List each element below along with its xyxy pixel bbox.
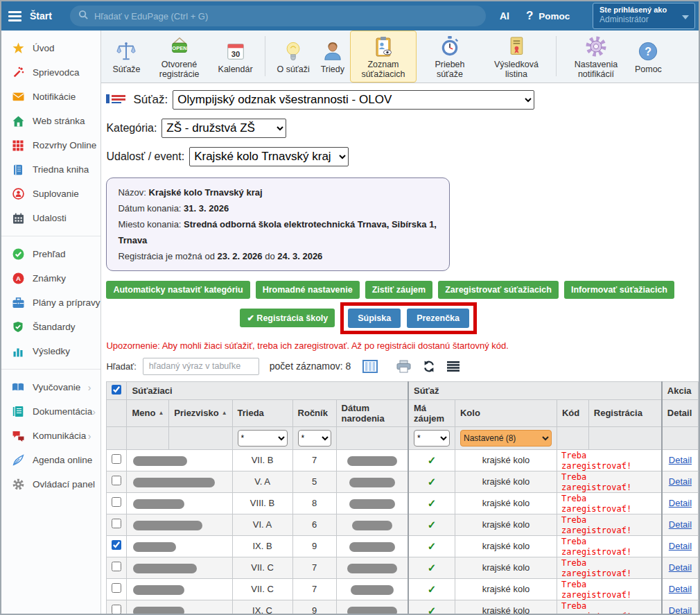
detail-cell[interactable]: Detail: [662, 471, 699, 492]
row-checkbox[interactable]: [112, 562, 121, 571]
detail-link[interactable]: Detail: [669, 519, 692, 530]
row-select-cell[interactable]: [107, 492, 127, 514]
toolbar-item-o-sutazi[interactable]: O súťaži: [272, 35, 315, 77]
sidebar-item-notifikacie[interactable]: Notifikácie: [1, 85, 100, 109]
row-select-cell[interactable]: [107, 471, 127, 492]
roster-button[interactable]: Súpiska: [348, 309, 401, 328]
detail-link[interactable]: Detail: [669, 498, 692, 508]
toolbar-item-sutaze[interactable]: Súťaže: [107, 35, 146, 77]
help-question-icon[interactable]: ?: [526, 9, 533, 23]
row-select-cell[interactable]: [107, 535, 127, 557]
column-header-kolo[interactable]: Kolo: [455, 399, 557, 426]
toolbar-item-priebeh-sutaze[interactable]: Priebeh súťaže: [417, 31, 483, 83]
row-checkbox[interactable]: [112, 583, 121, 593]
bulk-settings-button[interactable]: Hromadné nastavenie: [256, 281, 360, 299]
table-search-input[interactable]: [143, 358, 259, 375]
shield-icon: [11, 321, 25, 333]
global-search[interactable]: [70, 6, 486, 26]
start-menu-button[interactable]: Štart: [30, 10, 52, 21]
trieda-filter-select[interactable]: *: [238, 430, 288, 447]
row-select-cell[interactable]: [107, 449, 127, 471]
toolbar-item-vysledkova-listina[interactable]: Výsledková listina: [483, 31, 550, 83]
detail-link[interactable]: Detail: [669, 455, 692, 465]
row-checkbox[interactable]: [112, 454, 121, 464]
sidebar-item-vyucovanie[interactable]: Vyučovanie›: [1, 375, 100, 399]
ai-button[interactable]: AI: [500, 10, 509, 21]
column-header-rocnik[interactable]: Ročník: [292, 399, 336, 426]
row-select-cell[interactable]: [107, 600, 127, 615]
registration-status-cell: Treba zaregistrovať!: [557, 449, 661, 471]
row-checkbox[interactable]: [112, 540, 121, 550]
detail-cell[interactable]: Detail: [662, 557, 699, 578]
detail-link[interactable]: Detail: [669, 541, 692, 551]
sidebar-item-web-stranka[interactable]: Web stránka: [1, 109, 100, 133]
auto-category-button[interactable]: Automaticky nastaviť kategóriu: [106, 281, 250, 299]
select-all-checkbox[interactable]: [112, 385, 121, 395]
row-select-cell[interactable]: [107, 578, 127, 600]
row-checkbox[interactable]: [112, 605, 121, 614]
sidebar-item-agenda-online[interactable]: Agenda online: [1, 448, 100, 472]
sidebar-item-ovladaci-panel[interactable]: Ovládací panel: [1, 472, 100, 496]
user-menu[interactable]: Ste prihlásený ako Administrátor: [593, 3, 695, 29]
detail-link[interactable]: Detail: [669, 562, 692, 573]
sidebar-item-sprievodca[interactable]: Sprievodca: [1, 60, 100, 85]
register-competitors-button[interactable]: Zaregistrovať súťažiacich: [438, 281, 559, 299]
detail-cell[interactable]: Detail: [662, 578, 699, 600]
sidebar-item-plany-a-pripravy[interactable]: Plány a prípravy: [1, 291, 100, 315]
rocnik-filter-select[interactable]: *: [298, 430, 331, 447]
toolbar-item-zoznam-sutaziacich[interactable]: Zoznam súťažiacich: [350, 31, 417, 83]
toolbar-item-nastavenia-notifikacii[interactable]: Nastavenia notifikácií: [563, 31, 629, 83]
ma-zaujem-filter-select[interactable]: *: [414, 430, 450, 447]
columns-icon[interactable]: [362, 360, 378, 373]
row-checkbox[interactable]: [112, 476, 121, 485]
toolbar-item-kalendar[interactable]: 30Kalendár: [213, 35, 259, 77]
detail-cell[interactable]: Detail: [662, 600, 699, 615]
help-button[interactable]: Pomoc: [539, 11, 570, 21]
event-select[interactable]: Krajské kolo Trnavský kraj: [189, 147, 349, 166]
refresh-icon[interactable]: [423, 361, 435, 372]
list-view-icon[interactable]: [447, 361, 460, 372]
sidebar-item-prehlad[interactable]: Prehľad: [1, 242, 100, 266]
column-header-registracia[interactable]: Registrácia: [588, 399, 662, 426]
detail-cell[interactable]: Detail: [662, 514, 699, 535]
detail-cell[interactable]: Detail: [662, 492, 699, 514]
sidebar-item-vysledky[interactable]: Výsledky: [1, 339, 100, 363]
school-registration-button[interactable]: ✔ Registrácia školy: [240, 309, 335, 327]
detail-cell[interactable]: Detail: [662, 535, 699, 557]
kolo-filter-select[interactable]: Nastavené (8): [460, 430, 552, 447]
sidebar-item-znamky[interactable]: AZnámky: [1, 266, 100, 291]
check-interest-button[interactable]: Zistiť záujem: [365, 281, 433, 299]
sidebar-item-standardy[interactable]: Štandardy: [1, 315, 100, 339]
print-icon[interactable]: [396, 360, 411, 373]
sidebar-item-udalosti[interactable]: Udalosti: [1, 206, 100, 230]
category-select[interactable]: ZŠ - družstvá ZŠ: [161, 119, 286, 138]
column-header-kod[interactable]: Kód: [557, 399, 588, 426]
competition-select[interactable]: Olympijský odznak všestrannosti - OLOV: [173, 90, 534, 110]
column-header-meno[interactable]: Meno▲: [127, 399, 169, 426]
column-header-datum-narodenia[interactable]: Dátum narodenia: [336, 399, 408, 426]
inform-competitors-button[interactable]: Informovať súťažiacich: [564, 281, 674, 299]
sidebar-item-triedna-kniha[interactable]: Triedna kniha: [1, 157, 100, 182]
attendance-button[interactable]: Prezenčka: [407, 309, 469, 328]
detail-link[interactable]: Detail: [669, 476, 692, 487]
toolbar-item-otvorene-registracie[interactable]: OPENOtvorené registrácie: [146, 31, 213, 83]
global-search-input[interactable]: [94, 11, 478, 21]
detail-cell[interactable]: Detail: [662, 449, 699, 471]
sidebar-item-rozvrhy-online[interactable]: Rozvrhy Online: [1, 133, 100, 157]
menu-icon[interactable]: [8, 11, 21, 21]
toolbar-item-triedy[interactable]: Triedy: [315, 35, 350, 77]
detail-link[interactable]: Detail: [669, 605, 692, 615]
toolbar-item-pomoc[interactable]: ?Pomoc: [629, 35, 667, 77]
detail-link[interactable]: Detail: [669, 584, 692, 594]
row-checkbox[interactable]: [112, 519, 121, 528]
sidebar-item-suplovanie[interactable]: Suplovanie: [1, 182, 100, 206]
column-header-ma-zaujem[interactable]: Má záujem: [408, 399, 455, 426]
sidebar-item-dokumentacia[interactable]: Dokumentácia›: [1, 399, 100, 424]
column-header-priezvisko[interactable]: Priezvisko▲: [169, 399, 232, 426]
sidebar-item-uvod[interactable]: Úvod: [1, 36, 100, 60]
column-header-trieda[interactable]: Trieda: [232, 399, 292, 426]
sidebar-item-komunikacia[interactable]: Komunikácia›: [1, 424, 100, 448]
row-checkbox[interactable]: [112, 497, 121, 507]
row-select-cell[interactable]: [107, 514, 127, 535]
row-select-cell[interactable]: [107, 557, 127, 578]
